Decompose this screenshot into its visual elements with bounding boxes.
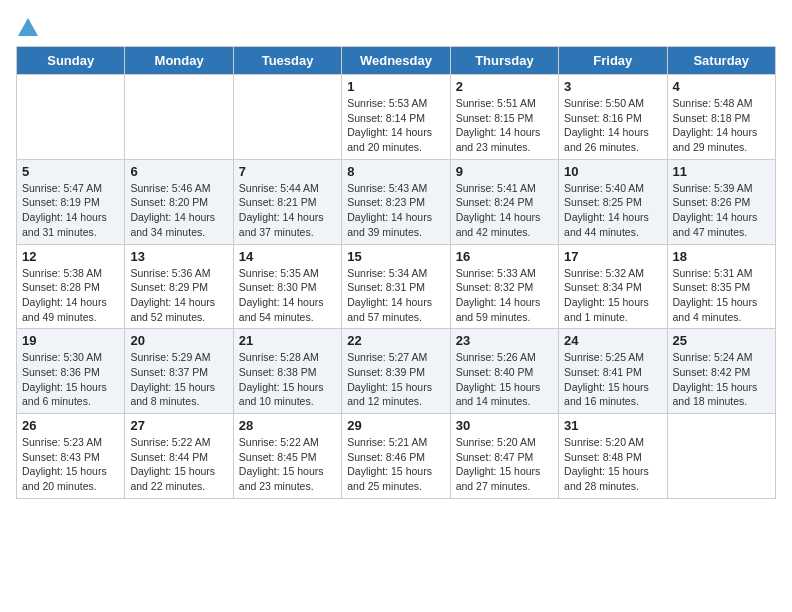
logo [16,16,39,38]
day-info: Sunrise: 5:21 AM Sunset: 8:46 PM Dayligh… [347,435,444,494]
day-info: Sunrise: 5:43 AM Sunset: 8:23 PM Dayligh… [347,181,444,240]
calendar-cell: 18Sunrise: 5:31 AM Sunset: 8:35 PM Dayli… [667,244,775,329]
day-number: 7 [239,164,336,179]
calendar-cell: 19Sunrise: 5:30 AM Sunset: 8:36 PM Dayli… [17,329,125,414]
day-number: 10 [564,164,661,179]
calendar-cell: 28Sunrise: 5:22 AM Sunset: 8:45 PM Dayli… [233,414,341,499]
calendar-cell: 7Sunrise: 5:44 AM Sunset: 8:21 PM Daylig… [233,159,341,244]
day-info: Sunrise: 5:33 AM Sunset: 8:32 PM Dayligh… [456,266,553,325]
calendar-cell: 22Sunrise: 5:27 AM Sunset: 8:39 PM Dayli… [342,329,450,414]
calendar-cell: 1Sunrise: 5:53 AM Sunset: 8:14 PM Daylig… [342,75,450,160]
day-number: 15 [347,249,444,264]
calendar-table: SundayMondayTuesdayWednesdayThursdayFrid… [16,46,776,499]
calendar-cell: 23Sunrise: 5:26 AM Sunset: 8:40 PM Dayli… [450,329,558,414]
day-number: 17 [564,249,661,264]
day-info: Sunrise: 5:51 AM Sunset: 8:15 PM Dayligh… [456,96,553,155]
calendar-cell: 24Sunrise: 5:25 AM Sunset: 8:41 PM Dayli… [559,329,667,414]
day-info: Sunrise: 5:24 AM Sunset: 8:42 PM Dayligh… [673,350,770,409]
calendar-cell: 16Sunrise: 5:33 AM Sunset: 8:32 PM Dayli… [450,244,558,329]
calendar-cell: 9Sunrise: 5:41 AM Sunset: 8:24 PM Daylig… [450,159,558,244]
day-of-week-header: Sunday [17,47,125,75]
day-info: Sunrise: 5:23 AM Sunset: 8:43 PM Dayligh… [22,435,119,494]
calendar-cell: 29Sunrise: 5:21 AM Sunset: 8:46 PM Dayli… [342,414,450,499]
day-info: Sunrise: 5:31 AM Sunset: 8:35 PM Dayligh… [673,266,770,325]
day-number: 13 [130,249,227,264]
day-number: 16 [456,249,553,264]
day-of-week-header: Saturday [667,47,775,75]
day-info: Sunrise: 5:20 AM Sunset: 8:47 PM Dayligh… [456,435,553,494]
day-info: Sunrise: 5:44 AM Sunset: 8:21 PM Dayligh… [239,181,336,240]
calendar-cell: 30Sunrise: 5:20 AM Sunset: 8:47 PM Dayli… [450,414,558,499]
day-info: Sunrise: 5:29 AM Sunset: 8:37 PM Dayligh… [130,350,227,409]
day-info: Sunrise: 5:27 AM Sunset: 8:39 PM Dayligh… [347,350,444,409]
day-info: Sunrise: 5:50 AM Sunset: 8:16 PM Dayligh… [564,96,661,155]
calendar-cell: 27Sunrise: 5:22 AM Sunset: 8:44 PM Dayli… [125,414,233,499]
day-info: Sunrise: 5:25 AM Sunset: 8:41 PM Dayligh… [564,350,661,409]
calendar-cell: 8Sunrise: 5:43 AM Sunset: 8:23 PM Daylig… [342,159,450,244]
calendar-cell: 10Sunrise: 5:40 AM Sunset: 8:25 PM Dayli… [559,159,667,244]
day-of-week-header: Wednesday [342,47,450,75]
calendar-header-row: SundayMondayTuesdayWednesdayThursdayFrid… [17,47,776,75]
day-of-week-header: Monday [125,47,233,75]
day-info: Sunrise: 5:35 AM Sunset: 8:30 PM Dayligh… [239,266,336,325]
calendar-cell: 4Sunrise: 5:48 AM Sunset: 8:18 PM Daylig… [667,75,775,160]
calendar-cell: 25Sunrise: 5:24 AM Sunset: 8:42 PM Dayli… [667,329,775,414]
calendar-cell: 12Sunrise: 5:38 AM Sunset: 8:28 PM Dayli… [17,244,125,329]
calendar-cell [17,75,125,160]
calendar-week-row: 5Sunrise: 5:47 AM Sunset: 8:19 PM Daylig… [17,159,776,244]
day-info: Sunrise: 5:53 AM Sunset: 8:14 PM Dayligh… [347,96,444,155]
calendar-cell: 6Sunrise: 5:46 AM Sunset: 8:20 PM Daylig… [125,159,233,244]
day-number: 1 [347,79,444,94]
day-number: 20 [130,333,227,348]
calendar-cell [667,414,775,499]
day-number: 28 [239,418,336,433]
day-info: Sunrise: 5:38 AM Sunset: 8:28 PM Dayligh… [22,266,119,325]
calendar-week-row: 12Sunrise: 5:38 AM Sunset: 8:28 PM Dayli… [17,244,776,329]
day-number: 25 [673,333,770,348]
day-info: Sunrise: 5:30 AM Sunset: 8:36 PM Dayligh… [22,350,119,409]
day-info: Sunrise: 5:26 AM Sunset: 8:40 PM Dayligh… [456,350,553,409]
calendar-cell [125,75,233,160]
day-info: Sunrise: 5:48 AM Sunset: 8:18 PM Dayligh… [673,96,770,155]
day-info: Sunrise: 5:22 AM Sunset: 8:45 PM Dayligh… [239,435,336,494]
day-number: 24 [564,333,661,348]
day-number: 2 [456,79,553,94]
day-number: 21 [239,333,336,348]
calendar-cell: 20Sunrise: 5:29 AM Sunset: 8:37 PM Dayli… [125,329,233,414]
day-info: Sunrise: 5:47 AM Sunset: 8:19 PM Dayligh… [22,181,119,240]
day-info: Sunrise: 5:41 AM Sunset: 8:24 PM Dayligh… [456,181,553,240]
calendar-cell: 2Sunrise: 5:51 AM Sunset: 8:15 PM Daylig… [450,75,558,160]
day-number: 23 [456,333,553,348]
page-header [16,16,776,38]
calendar-week-row: 19Sunrise: 5:30 AM Sunset: 8:36 PM Dayli… [17,329,776,414]
calendar-cell: 26Sunrise: 5:23 AM Sunset: 8:43 PM Dayli… [17,414,125,499]
logo-icon [17,16,39,38]
calendar-cell: 3Sunrise: 5:50 AM Sunset: 8:16 PM Daylig… [559,75,667,160]
calendar-cell: 11Sunrise: 5:39 AM Sunset: 8:26 PM Dayli… [667,159,775,244]
day-info: Sunrise: 5:40 AM Sunset: 8:25 PM Dayligh… [564,181,661,240]
day-number: 29 [347,418,444,433]
day-number: 8 [347,164,444,179]
calendar-week-row: 26Sunrise: 5:23 AM Sunset: 8:43 PM Dayli… [17,414,776,499]
day-number: 27 [130,418,227,433]
day-number: 31 [564,418,661,433]
day-number: 5 [22,164,119,179]
calendar-cell: 17Sunrise: 5:32 AM Sunset: 8:34 PM Dayli… [559,244,667,329]
day-info: Sunrise: 5:28 AM Sunset: 8:38 PM Dayligh… [239,350,336,409]
day-of-week-header: Tuesday [233,47,341,75]
day-number: 22 [347,333,444,348]
day-info: Sunrise: 5:34 AM Sunset: 8:31 PM Dayligh… [347,266,444,325]
calendar-cell: 31Sunrise: 5:20 AM Sunset: 8:48 PM Dayli… [559,414,667,499]
day-number: 4 [673,79,770,94]
day-number: 6 [130,164,227,179]
calendar-cell: 21Sunrise: 5:28 AM Sunset: 8:38 PM Dayli… [233,329,341,414]
calendar-cell: 5Sunrise: 5:47 AM Sunset: 8:19 PM Daylig… [17,159,125,244]
svg-marker-0 [18,18,38,36]
day-of-week-header: Thursday [450,47,558,75]
day-of-week-header: Friday [559,47,667,75]
day-number: 19 [22,333,119,348]
day-number: 14 [239,249,336,264]
day-number: 18 [673,249,770,264]
day-number: 3 [564,79,661,94]
day-number: 12 [22,249,119,264]
